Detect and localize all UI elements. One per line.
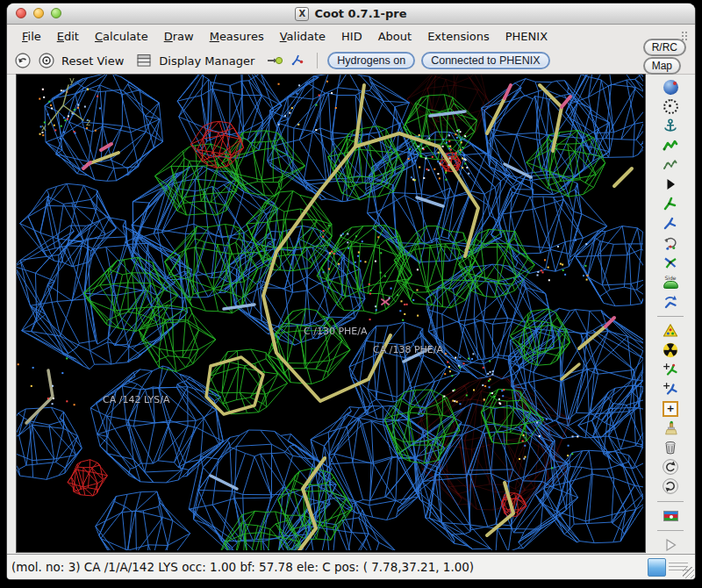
run-play-icon[interactable] [646, 535, 695, 555]
rotamers-pinwheel-icon[interactable] [646, 253, 695, 272]
status-bar: (mol. no: 3) CA /1/A/142 LYS occ: 1.00 b… [7, 554, 695, 579]
side-label: Side [665, 276, 677, 281]
zoom-window-icon[interactable] [51, 8, 61, 18]
menu-item-about[interactable]: About [370, 27, 419, 46]
delete-item-icon[interactable] [646, 438, 695, 457]
map-button[interactable]: Map [643, 57, 681, 75]
menu-item-draw[interactable]: Draw [156, 27, 202, 46]
menu-item-extensions[interactable]: Extensions [419, 27, 498, 46]
rigid-body-fit-icon[interactable] [646, 175, 695, 194]
minimize-window-icon[interactable] [33, 8, 44, 18]
redo-icon[interactable] [646, 477, 695, 496]
window-controls [16, 8, 61, 18]
add-alt-conf-icon[interactable]: + [646, 379, 695, 398]
place-atom-icon[interactable]: + [646, 399, 695, 419]
environment-circle-icon[interactable] [646, 97, 695, 116]
window-title: Coot 0.7.1-pre [314, 7, 406, 20]
close-window-icon[interactable] [16, 8, 26, 18]
x11-app-icon: X [295, 7, 309, 21]
menu-item-phenix[interactable]: PHENIX [498, 27, 555, 46]
model-sphere-icon[interactable] [646, 77, 695, 97]
menu-bar: FileEditCalculateDrawMeasuresValidateHID… [7, 25, 695, 47]
molecule-icon[interactable] [290, 52, 307, 69]
display-manager-label[interactable]: Display Manager [159, 54, 254, 68]
undo-icon[interactable] [646, 457, 695, 477]
paint-brush-icon[interactable] [646, 419, 695, 438]
tool-bar: Reset View Display Manager Hydrogens on … [7, 47, 695, 75]
menu-item-hid[interactable]: HID [333, 27, 370, 46]
reset-view-back-icon[interactable] [14, 52, 32, 69]
auto-fit-rotamer-icon[interactable] [646, 194, 695, 213]
menu-item-calculate[interactable]: Calculate [87, 27, 156, 46]
rotate-translate-icon[interactable] [646, 233, 695, 253]
regularize-zone-icon[interactable] [646, 155, 695, 175]
add-terminal-residue-icon[interactable]: + [646, 360, 695, 379]
rrc-button[interactable]: R/RC [643, 39, 686, 56]
blue-scale-button[interactable] [648, 558, 666, 577]
atom-label: C /130 PHE/A [304, 326, 367, 337]
gl-canvas[interactable]: C /130 PHE/ACA /138 PHE/ACA /142 LYS/A [16, 74, 646, 553]
flag-icon[interactable] [646, 506, 695, 526]
density-map-view[interactable] [17, 75, 643, 550]
simple-mutate-radiation-icon[interactable] [646, 341, 695, 360]
status-text: (mol. no: 3) CA /1/A/142 LYS occ: 1.00 b… [11, 560, 474, 574]
svg-text:+: + [663, 361, 670, 372]
menu-item-measures[interactable]: Measures [202, 27, 272, 46]
resize-grip-icon[interactable] [683, 567, 694, 578]
svg-text:+: + [663, 380, 670, 391]
fix-atoms-anchor-icon[interactable] [646, 116, 695, 135]
display-manager-icon[interactable] [135, 52, 153, 69]
menu-item-file[interactable]: File [14, 27, 49, 46]
real-space-refine-icon[interactable] [646, 136, 695, 155]
atom-label: CA /142 LYS/A [103, 394, 170, 405]
hydrogens-toggle-button[interactable]: Hydrogens on [327, 52, 415, 69]
menu-item-edit[interactable]: Edit [49, 27, 87, 46]
toolbar-separator [657, 501, 684, 502]
toolbar-separator [317, 53, 318, 68]
edit-chi-angles-icon[interactable] [646, 214, 695, 233]
mutate-hazard-icon[interactable] [646, 321, 695, 341]
vertical-toolbar: Side+++ [646, 74, 695, 555]
flip-peptide-icon[interactable] [646, 291, 695, 311]
coot-window: X Coot 0.7.1-pre FileEditCalculateDrawMe… [7, 4, 695, 579]
reset-view-label[interactable]: Reset View [61, 54, 124, 68]
phenix-connection-button[interactable]: Connected to PHENIX [421, 52, 549, 69]
title-bar[interactable]: X Coot 0.7.1-pre [7, 4, 695, 25]
toolbar-separator [657, 316, 684, 317]
side-chain-180-icon[interactable]: Side [646, 272, 695, 291]
reset-view-target-icon[interactable] [38, 52, 55, 69]
toolbar-separator [657, 530, 684, 531]
menu-item-validate[interactable]: Validate [272, 27, 333, 46]
go-to-atom-arrow-icon[interactable] [266, 52, 283, 69]
atom-label: CA /138 PHE/A [373, 344, 443, 355]
